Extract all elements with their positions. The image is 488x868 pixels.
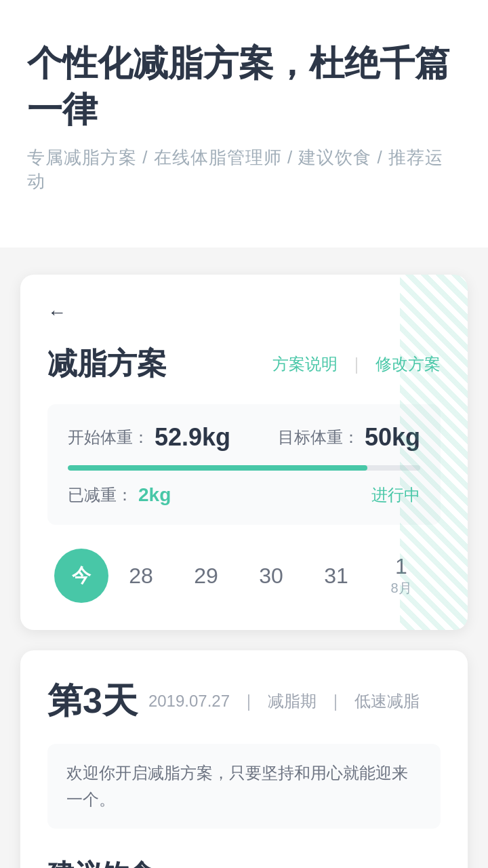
loss-row: 已减重： 2kg 进行中	[68, 484, 420, 506]
day-sep1: ｜	[241, 690, 257, 712]
lost-label: 已减重：	[68, 484, 133, 506]
back-arrow[interactable]: ←	[47, 302, 66, 323]
header-section: 个性化减脂方案，杜绝千篇一律 专属减脂方案 / 在线体脂管理师 / 建议饮食 /…	[0, 0, 488, 248]
action-divider: ｜	[348, 353, 365, 375]
day-meta: 第3天 2019.07.27 ｜ 减脂期 ｜ 低速减脂	[47, 677, 441, 725]
day-date: 2019.07.27	[148, 692, 230, 711]
date-30[interactable]: 30	[239, 557, 304, 595]
weight-row: 开始体重： 52.9kg 目标体重： 50kg	[68, 423, 420, 452]
content-area: ← 减脂方案 方案说明 ｜ 修改方案 开始体重： 52.9kg 目标体重： 50…	[0, 261, 488, 868]
day-message: 欢迎你开启减脂方案，只要坚持和用心就能迎来一个。	[47, 744, 441, 829]
date-aug-1[interactable]: 1 8月	[369, 554, 434, 597]
weight-box: 开始体重： 52.9kg 目标体重： 50kg 已减重： 2kg 进行中	[47, 404, 441, 525]
card-nav: ←	[47, 302, 441, 323]
card-title: 减脂方案	[47, 344, 167, 384]
diet-section: 建议饮食 早餐 午餐 加餐 晚餐 加餐	[47, 856, 441, 868]
progress-bar-container	[68, 465, 420, 471]
action-explain[interactable]: 方案说明	[272, 353, 338, 375]
start-weight: 开始体重： 52.9kg	[68, 423, 230, 452]
date-selector: 今 28 29 30 31 1 8月	[47, 549, 441, 603]
target-weight: 目标体重： 50kg	[278, 423, 420, 452]
start-weight-value: 52.9kg	[155, 423, 230, 452]
today-button[interactable]: 今	[54, 549, 108, 603]
date-31[interactable]: 31	[304, 557, 369, 595]
lost-value: 2kg	[138, 484, 171, 506]
day-tag2: 低速减脂	[354, 690, 420, 712]
status-badge: 进行中	[371, 484, 420, 506]
target-weight-label: 目标体重：	[278, 427, 359, 448]
target-weight-value: 50kg	[365, 423, 420, 452]
day-number: 第3天	[47, 677, 138, 725]
date-29[interactable]: 29	[174, 557, 239, 595]
day-card: 第3天 2019.07.27 ｜ 减脂期 ｜ 低速减脂 欢迎你开启减脂方案，只要…	[20, 650, 468, 868]
plan-card: ← 减脂方案 方案说明 ｜ 修改方案 开始体重： 52.9kg 目标体重： 50…	[20, 275, 468, 630]
action-modify[interactable]: 修改方案	[375, 353, 441, 375]
date-aug-1-month: 8月	[369, 579, 434, 597]
card-header: 减脂方案 方案说明 ｜ 修改方案	[47, 344, 441, 384]
loss-left: 已减重： 2kg	[68, 484, 171, 506]
diet-section-title: 建议饮食	[47, 856, 441, 868]
progress-bar-fill	[68, 465, 367, 471]
date-aug-1-number: 1	[369, 554, 434, 579]
main-title: 个性化减脂方案，杜绝千篇一律	[27, 41, 461, 132]
day-sep2: ｜	[327, 690, 344, 712]
sub-title: 专属减脂方案 / 在线体脂管理师 / 建议饮食 / 推荐运动	[27, 146, 461, 193]
card-actions: 方案说明 ｜ 修改方案	[272, 353, 441, 375]
start-weight-label: 开始体重：	[68, 427, 149, 448]
date-28[interactable]: 28	[108, 557, 174, 595]
day-tag1: 减脂期	[268, 690, 317, 712]
